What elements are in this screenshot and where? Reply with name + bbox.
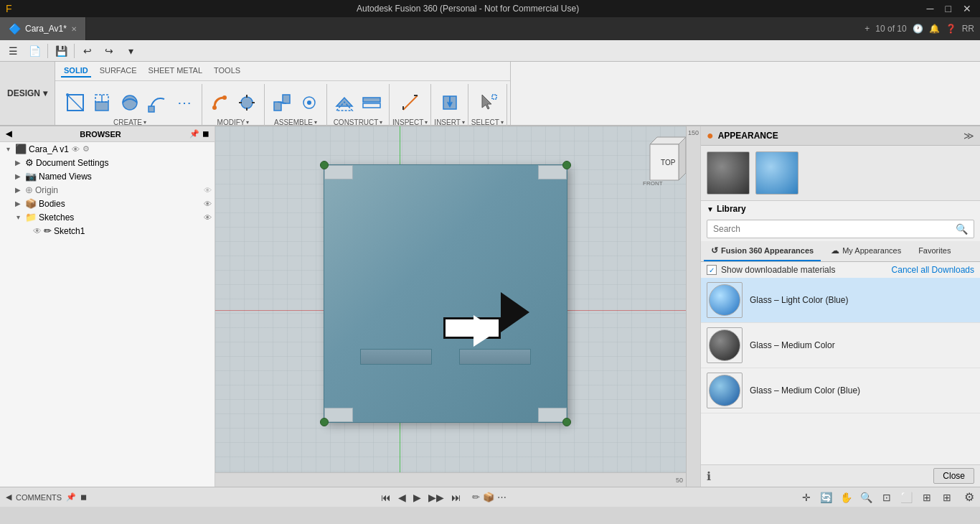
comments-pin[interactable]: 📌 — [66, 492, 76, 502]
play-last-button[interactable]: ⏭ — [449, 492, 463, 503]
browser-origin[interactable]: ▶ ⊕ Origin 👁 — [0, 183, 215, 197]
create-sketch-icon[interactable] — [62, 90, 88, 116]
sketch1-vis-icon[interactable]: 👁 — [33, 226, 42, 236]
timeline-body-icon[interactable]: 📦 — [483, 492, 494, 502]
downloadable-checkbox[interactable]: ✓ — [707, 265, 717, 275]
design-dropdown[interactable]: DESIGN ▾ — [0, 62, 55, 125]
timeline-more-icon[interactable]: ⋯ — [497, 492, 507, 502]
gear-button[interactable]: ⚙ — [964, 490, 974, 504]
select-icon[interactable] — [474, 90, 500, 116]
save-button[interactable]: 💾 — [51, 42, 71, 60]
midplane-icon[interactable] — [359, 90, 385, 116]
joint-icon[interactable] — [296, 90, 322, 116]
tab-fusion-appearances[interactable]: ↺ Fusion 360 Appearances — [704, 241, 821, 261]
browser-sketches[interactable]: ▾ 📁 Sketches 👁 — [0, 210, 215, 224]
browser-pin-icon[interactable]: 📌 — [189, 129, 199, 139]
offset-plane-icon[interactable] — [331, 90, 357, 116]
viewport[interactable]: TOP FRONT 150 50 — [215, 126, 700, 487]
file-button[interactable]: 📄 — [24, 42, 44, 60]
maximize-button[interactable]: □ — [943, 3, 954, 14]
appearance-item-0[interactable]: Glass – Light Color (Blue) — [701, 278, 980, 323]
redo-button[interactable]: ↪ — [99, 42, 119, 60]
search-icon[interactable]: 🔍 — [956, 223, 968, 235]
zoom-window-btn[interactable]: ⊡ — [878, 490, 895, 505]
comments-expand[interactable]: ◼ — [80, 492, 87, 502]
history-button[interactable]: ▾ — [121, 42, 141, 60]
tab-sheet-metal[interactable]: SHEET METAL — [146, 65, 205, 78]
tab-my-appearances[interactable]: ☁ My Appearances — [824, 241, 908, 261]
expand-arrow-docs[interactable]: ▶ — [13, 159, 23, 167]
browser-doc-settings[interactable]: ▶ ⚙ Document Settings — [0, 156, 215, 169]
sweep-icon[interactable] — [144, 90, 170, 116]
info-icon[interactable]: ℹ — [707, 469, 711, 483]
browser-named-views[interactable]: ▶ 📷 Named Views — [0, 169, 215, 183]
expand-arrow-root[interactable]: ▾ — [3, 145, 13, 153]
play-prev-button[interactable]: ◀ — [396, 492, 408, 503]
tab-favorites[interactable]: Favorites — [911, 241, 958, 261]
play-next-button[interactable]: ▶▶ — [426, 492, 446, 503]
visibility-icon-root[interactable]: 👁 — [72, 145, 80, 154]
display-mode-btn[interactable]: ⬜ — [898, 490, 915, 505]
play-first-button[interactable]: ⏮ — [379, 492, 393, 503]
modify-arrow[interactable]: ▾ — [246, 119, 249, 126]
fillet-icon[interactable] — [207, 90, 232, 116]
gear-icon-root[interactable]: ⚙ — [83, 144, 90, 154]
close-panel-button[interactable]: Close — [933, 468, 974, 484]
expand-arrow-views[interactable]: ▶ — [13, 172, 23, 180]
play-button[interactable]: ▶ — [411, 492, 423, 503]
bell-icon[interactable]: 🔔 — [929, 24, 940, 34]
menu-button[interactable]: ☰ — [3, 42, 23, 60]
expand-arrow-origin[interactable]: ▶ — [13, 186, 23, 194]
tab-solid[interactable]: SOLID — [61, 65, 91, 78]
pan-btn[interactable]: ✋ — [838, 490, 855, 505]
visibility-icon-bodies[interactable]: 👁 — [204, 200, 212, 208]
zoom-fit-btn[interactable]: 🔍 — [858, 490, 875, 505]
search-input[interactable] — [713, 224, 956, 234]
insert-derive-icon[interactable] — [437, 90, 463, 116]
visibility-icon-origin[interactable]: 👁 — [204, 186, 212, 195]
create-arrow[interactable]: ▾ — [143, 119, 146, 126]
view-cube[interactable]: TOP FRONT — [636, 134, 693, 191]
add-tab-button[interactable]: + — [864, 24, 870, 34]
browser-header-collapse[interactable]: ◀ — [6, 129, 11, 139]
appearance-item-1[interactable]: Glass – Medium Color — [701, 323, 980, 368]
undo-button[interactable]: ↩ — [77, 42, 98, 60]
close-tab-icon[interactable]: ✕ — [71, 25, 77, 33]
appearance-item-2[interactable]: Glass – Medium Color (Blue) — [701, 368, 980, 413]
move-icon[interactable] — [234, 90, 260, 116]
grid-btn[interactable]: ⊞ — [918, 490, 936, 505]
active-tab[interactable]: 🔷 Cara_Av1* ✕ — [0, 17, 86, 40]
library-section-header[interactable]: ▼ Library — [701, 201, 980, 217]
construct-arrow[interactable]: ▾ — [380, 119, 382, 126]
move-model-btn[interactable]: ✛ — [798, 490, 815, 505]
select-arrow[interactable]: ▾ — [501, 119, 504, 126]
assemble-arrow[interactable]: ▾ — [314, 119, 317, 126]
appearance-expand-button[interactable]: ≫ — [963, 130, 974, 141]
cancel-downloads-button[interactable]: Cancel all Downloads — [892, 265, 974, 275]
inspect-arrow[interactable]: ▾ — [425, 119, 428, 126]
tab-tools[interactable]: TOOLS — [211, 65, 243, 78]
env-btn[interactable]: ⊞ — [938, 490, 956, 505]
search-bar[interactable]: 🔍 — [707, 220, 974, 238]
expand-arrow-bodies[interactable]: ▶ — [13, 200, 23, 207]
tab-surface[interactable]: SURFACE — [97, 65, 140, 78]
timeline-sketch-icon[interactable]: ✏ — [472, 492, 480, 502]
help-icon[interactable]: ❓ — [946, 24, 956, 34]
visibility-icon-sketches[interactable]: 👁 — [204, 213, 212, 222]
expand-arrow-sketches[interactable]: ▾ — [13, 213, 23, 221]
browser-expand-icon[interactable]: ◼ — [202, 129, 209, 139]
close-button[interactable]: ✕ — [960, 3, 974, 14]
minimize-button[interactable]: ─ — [924, 3, 937, 14]
browser-root[interactable]: ▾ ⬛ Cara_A v1 👁 ⚙ — [0, 142, 215, 156]
revolve-icon[interactable] — [117, 90, 143, 116]
extrude-icon[interactable] — [90, 90, 116, 116]
orbit-btn[interactable]: 🔄 — [818, 490, 835, 505]
browser-sketch1[interactable]: 👁 ✏ Sketch1 — [0, 224, 215, 238]
insert-arrow[interactable]: ▾ — [462, 119, 465, 126]
measure-icon[interactable] — [397, 90, 423, 116]
browser-bodies[interactable]: ▶ 📦 Bodies 👁 — [0, 197, 215, 210]
comments-collapse[interactable]: ◀ — [6, 492, 11, 502]
user-avatar[interactable]: RR — [962, 24, 974, 34]
assemble-icon[interactable] — [269, 90, 295, 116]
more-create-icon[interactable]: ⋯ — [171, 90, 197, 116]
